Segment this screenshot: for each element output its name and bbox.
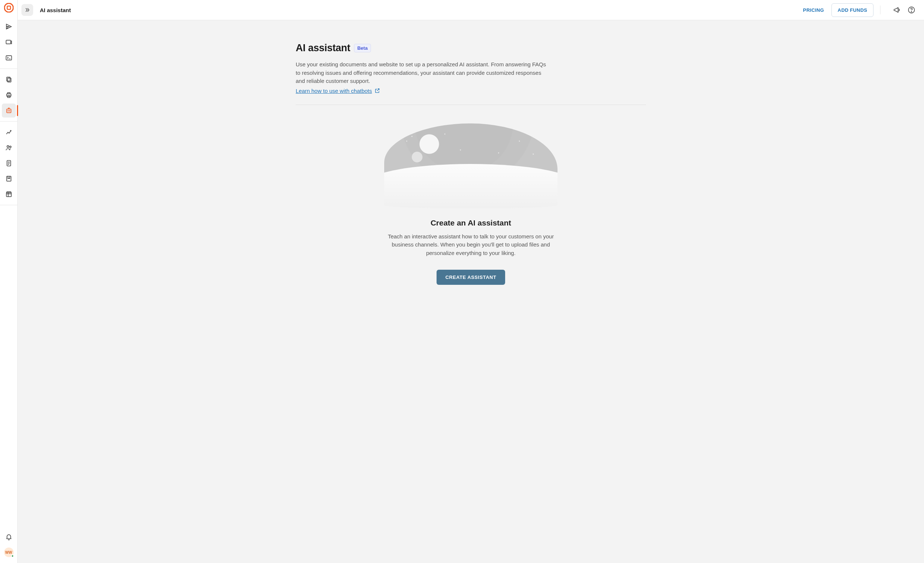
app-logo[interactable] [4,3,14,12]
sidebar-item-terminal[interactable] [2,51,16,65]
sidebar-divider [0,205,17,205]
header-title: AI assistant [40,7,71,13]
svg-point-21 [911,11,912,12]
sidebar-item-analytics[interactable] [2,125,16,139]
empty-state-description: Teach an interactive assistant how to ta… [386,232,556,258]
svg-point-13 [8,111,9,111]
content-area: AI assistant Beta Use your existing docu… [18,20,924,563]
beta-badge: Beta [354,44,371,52]
sidebar-expand-button[interactable] [21,4,33,16]
page-title: AI assistant [296,42,350,54]
external-link-icon [374,88,380,94]
megaphone-icon [892,6,901,14]
svg-point-4 [11,42,11,42]
header-separator [880,6,880,14]
sidebar-item-document[interactable] [2,156,16,170]
sidebar-item-inbox[interactable] [2,35,16,49]
avatar-initials: WW [5,551,12,554]
status-online-indicator [11,554,14,557]
sidebar-item-team[interactable] [2,141,16,155]
user-avatar[interactable]: WW [4,548,14,557]
pricing-link[interactable]: PRICING [798,4,829,16]
chevron-double-right-icon [24,7,30,13]
empty-state-title: Create an AI assistant [430,219,512,228]
learn-more-link-text: Learn how to use with chatbots [296,88,372,94]
svg-rect-10 [8,93,10,94]
page-heading: AI assistant Beta [296,42,646,54]
add-funds-button[interactable]: ADD FUNDS [831,3,873,17]
svg-rect-1 [7,6,10,10]
content-divider [296,105,646,105]
sidebar-item-notifications[interactable] [2,530,16,544]
sidebar-item-folders[interactable] [2,73,16,87]
sidebar-item-bookmark[interactable] [2,172,16,186]
empty-state-illustration [384,123,558,208]
header: AI assistant PRICING ADD FUNDS [18,0,924,20]
sidebar-item-send[interactable] [2,20,16,34]
page-description: Use your existing documents and website … [296,60,546,85]
sidebar-item-ai-assistant[interactable] [2,103,16,118]
svg-point-3 [11,41,11,41]
announcements-button[interactable] [891,5,902,15]
help-button[interactable] [906,5,916,15]
svg-rect-7 [7,77,10,81]
svg-point-14 [9,111,10,111]
svg-rect-6 [6,55,11,60]
sidebar-item-print[interactable] [2,88,16,102]
svg-rect-8 [8,78,11,82]
sidebar: WW [0,0,18,563]
create-assistant-button[interactable]: CREATE ASSISTANT [436,270,505,285]
sidebar-item-grid[interactable] [2,187,16,201]
svg-rect-18 [7,176,11,181]
sidebar-divider [0,121,17,121]
help-circle-icon [908,6,915,14]
svg-point-0 [4,3,13,12]
svg-rect-19 [6,193,11,197]
svg-rect-2 [6,40,11,44]
svg-rect-12 [7,109,11,113]
learn-more-link[interactable]: Learn how to use with chatbots [296,88,380,94]
empty-state: Create an AI assistant Teach an interact… [296,123,646,285]
svg-point-16 [10,146,11,147]
svg-point-5 [11,43,11,44]
svg-point-15 [7,145,9,147]
sidebar-divider [0,69,17,69]
